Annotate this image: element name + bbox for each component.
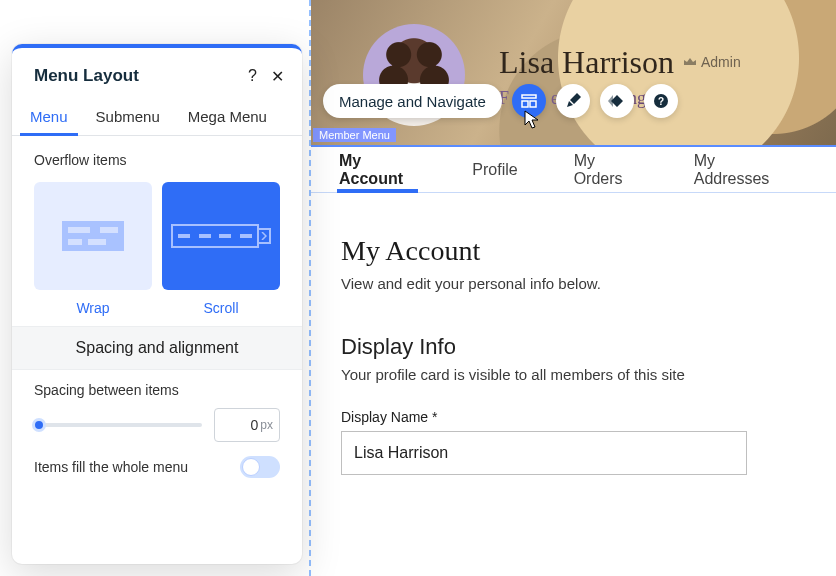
member-menu-badge: Member Menu — [313, 128, 396, 142]
page-title: My Account — [341, 235, 806, 267]
toggle-knob — [242, 458, 260, 476]
svg-rect-2 — [530, 101, 536, 107]
animation-tool-button[interactable] — [600, 84, 634, 118]
fill-toggle[interactable] — [240, 456, 280, 478]
help-icon[interactable]: ? — [248, 67, 257, 86]
member-tabs: My Account Profile My Orders My Addresse… — [311, 145, 836, 193]
tab-orders[interactable]: My Orders — [574, 147, 638, 192]
overflow-option-wrap[interactable] — [34, 182, 152, 290]
panel-tabs: Menu Submenu Mega Menu — [12, 102, 302, 136]
wrap-label: Wrap — [34, 300, 152, 316]
spacing-heading: Spacing and alignment — [12, 326, 302, 370]
tab-my-account[interactable]: My Account — [339, 147, 416, 192]
display-name-label: Display Name * — [341, 409, 806, 425]
overflow-option-scroll[interactable] — [162, 182, 280, 290]
spacing-label: Spacing between items — [34, 382, 280, 398]
page-content: My Account View and edit your personal i… — [311, 193, 836, 475]
overflow-label: Overflow items — [34, 152, 280, 168]
svg-rect-0 — [522, 95, 536, 98]
section-heading: Display Info — [341, 334, 806, 360]
help-tool-button[interactable]: ? — [644, 84, 678, 118]
editor-toolbar: Manage and Navigate ? — [323, 84, 678, 118]
tab-profile[interactable]: Profile — [472, 147, 517, 192]
panel-tab-megamenu[interactable]: Mega Menu — [188, 102, 267, 135]
panel-header: Menu Layout ? ✕ — [12, 48, 302, 102]
crown-icon — [683, 57, 697, 67]
layout-tool-button[interactable] — [512, 84, 546, 118]
panel-tab-menu[interactable]: Menu — [30, 102, 68, 135]
panel-title: Menu Layout — [34, 66, 139, 86]
svg-rect-1 — [522, 101, 528, 107]
menu-layout-panel: Menu Layout ? ✕ Menu Submenu Mega Menu O… — [12, 44, 302, 564]
profile-name: Lisa Harrison — [499, 44, 674, 81]
site-preview: Lisa Harrison Admin Fo e owing Manage an… — [309, 0, 836, 576]
panel-tab-submenu[interactable]: Submenu — [96, 102, 160, 135]
spacing-slider[interactable] — [34, 423, 202, 427]
role-badge: Admin — [683, 54, 741, 70]
chevron-right-icon — [259, 228, 271, 244]
tab-addresses[interactable]: My Addresses — [694, 147, 780, 192]
cursor-icon — [522, 110, 542, 130]
display-name-field[interactable] — [341, 431, 747, 475]
section-subtitle: Your profile card is visible to all memb… — [341, 366, 806, 383]
manage-button[interactable]: Manage and Navigate — [323, 84, 502, 118]
svg-text:?: ? — [658, 96, 664, 107]
spacing-value-box[interactable]: 0 px — [214, 408, 280, 442]
profile-header: Lisa Harrison Admin Fo e owing Manage an… — [311, 0, 836, 145]
slider-thumb[interactable] — [32, 418, 46, 432]
spacing-value: 0 — [251, 417, 259, 433]
fill-label: Items fill the whole menu — [34, 459, 188, 475]
close-icon[interactable]: ✕ — [271, 67, 284, 86]
scroll-label: Scroll — [162, 300, 280, 316]
spacing-unit: px — [260, 418, 273, 432]
design-tool-button[interactable] — [556, 84, 590, 118]
role-text: Admin — [701, 54, 741, 70]
page-subtitle: View and edit your personal info below. — [341, 275, 806, 292]
